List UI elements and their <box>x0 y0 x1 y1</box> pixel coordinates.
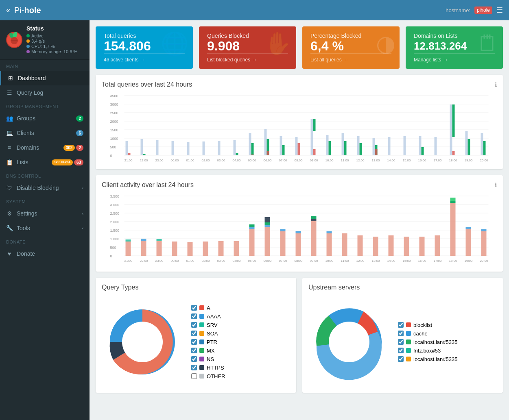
clients-icon: 💻 <box>6 130 13 136</box>
upstream-servers-title: Upstream servers <box>308 284 497 291</box>
navbar-menu-button[interactable]: ☰ <box>496 6 503 15</box>
legend-a-check[interactable] <box>191 305 197 311</box>
svg-rect-65 <box>481 133 483 155</box>
svg-text:2.000: 2.000 <box>110 220 120 224</box>
legend-soa-check[interactable] <box>191 331 197 336</box>
stat-boxes: 🌐 Total queries 154.806 46 active client… <box>96 26 503 69</box>
percentage-blocked-label: Percentage Blocked <box>310 33 391 39</box>
legend-fritzbox-check[interactable] <box>398 348 404 353</box>
client-activity-chart-container: 3.500 3.000 2.500 2.000 1.500 1.000 500 … <box>102 193 497 265</box>
svg-rect-61 <box>452 104 455 137</box>
svg-rect-125 <box>404 237 409 256</box>
total-queries-footer[interactable]: 46 active clients → <box>104 53 185 63</box>
svg-rect-41 <box>295 137 298 155</box>
status-cpu: CPU: 1,7 % <box>31 44 55 49</box>
legend-mx-check[interactable] <box>191 348 197 353</box>
sidebar-clients-label: Clients <box>17 130 72 136</box>
queries-blocked-footer[interactable]: List blocked queries → <box>207 53 288 63</box>
svg-text:14:00: 14:00 <box>387 259 396 263</box>
legend-ns-check[interactable] <box>191 356 197 362</box>
sidebar-item-clients[interactable]: 💻 Clients 6 <box>0 126 90 140</box>
legend-localhost2-check[interactable] <box>398 356 404 362</box>
svg-rect-55 <box>388 137 391 155</box>
domains-on-lists-footer[interactable]: Manage lists → <box>414 53 495 63</box>
pi-logo-icon <box>6 32 22 48</box>
sidebar-item-donate[interactable]: ♥ Donate <box>0 246 90 261</box>
percentage-blocked-footer[interactable]: List all queries → <box>310 53 391 63</box>
sidebar-item-dashboard[interactable]: ⊞ Dashboard <box>0 71 90 85</box>
svg-text:07:00: 07:00 <box>279 159 288 161</box>
sidebar-item-groups[interactable]: 👥 Groups 2 <box>0 111 90 126</box>
legend-cache-label: cache <box>413 331 428 337</box>
legend-other-check[interactable] <box>191 373 197 379</box>
query-types-content: A AAAA SRV SOA PTR MX NS HTTPS OTHER <box>102 297 290 387</box>
legend-srv-label: SRV <box>207 322 218 328</box>
total-queries-chart-svg: 3500 3000 2500 2000 1500 1000 500 0 <box>102 92 497 161</box>
settings-icon: ⚙ <box>6 210 13 217</box>
svg-text:02:00: 02:00 <box>202 259 210 263</box>
sidebar-item-settings[interactable]: ⚙ Settings ‹ <box>0 206 90 221</box>
stat-box-total-queries[interactable]: 🌐 Total queries 154.806 46 active client… <box>96 26 193 69</box>
legend-localhost2-label: localhost.lan#5335 <box>413 356 457 362</box>
legend-blocklist-check[interactable] <box>398 322 404 328</box>
svg-rect-28 <box>187 142 190 155</box>
sidebar-domains-label: Domains <box>17 144 59 151</box>
sidebar-item-tools[interactable]: 🔧 Tools ‹ <box>0 221 90 235</box>
legend-localhost1-check[interactable] <box>398 339 404 345</box>
svg-rect-117 <box>280 231 286 256</box>
client-activity-chart-card: Client activity over last 24 hours ℹ 3.5… <box>96 175 503 272</box>
svg-text:0: 0 <box>110 154 112 158</box>
svg-text:15:00: 15:00 <box>403 159 411 161</box>
stat-box-domains-on-lists[interactable]: 🗒 Domains on Lists 12.813.264 Manage lis… <box>406 26 503 69</box>
legend-aaaa-label: AAAA <box>207 313 221 320</box>
status-active: Active <box>31 33 44 38</box>
legend-https-check[interactable] <box>191 365 197 370</box>
sidebar-item-disable-blocking[interactable]: 🛡 Disable Blocking ‹ <box>0 181 90 195</box>
lists-icon: 📋 <box>6 159 13 165</box>
total-queries-chart-info-icon[interactable]: ℹ <box>495 81 497 88</box>
svg-text:02:00: 02:00 <box>202 159 210 161</box>
legend-localhost1-label: localhost.lan#5335 <box>413 339 457 345</box>
svg-text:16:00: 16:00 <box>418 159 427 161</box>
query-types-title: Query Types <box>102 284 290 291</box>
svg-rect-40 <box>282 145 285 155</box>
legend-srv-check[interactable] <box>191 322 197 328</box>
disable-blocking-icon: 🛡 <box>6 185 13 191</box>
sidebar-item-query-log[interactable]: ☰ Query Log <box>0 85 90 100</box>
svg-text:20:00: 20:00 <box>480 159 489 161</box>
sidebar-item-domains[interactable]: ≡ Domains 302 2 <box>0 140 90 155</box>
svg-text:2500: 2500 <box>110 111 118 115</box>
clients-badge: 6 <box>76 130 83 136</box>
svg-text:05:00: 05:00 <box>248 259 257 263</box>
sidebar-groups-label: Groups <box>17 115 72 122</box>
legend-fritzbox-label: fritz.box#53 <box>413 348 441 354</box>
svg-rect-130 <box>481 231 487 256</box>
sidebar-item-lists[interactable]: 📋 Lists 12.813.264 63 <box>0 155 90 170</box>
legend-other-label: OTHER <box>207 373 225 379</box>
svg-rect-30 <box>218 141 221 155</box>
sidebar-toggle-button[interactable]: « <box>6 6 10 15</box>
svg-rect-120 <box>327 233 332 256</box>
svg-rect-113 <box>218 241 224 256</box>
status-title: Status <box>26 25 77 32</box>
legend-ptr-check[interactable] <box>191 339 197 345</box>
svg-rect-121 <box>342 233 347 256</box>
stat-box-percentage-blocked[interactable]: ◑ Percentage Blocked 6,4 % List all quer… <box>302 26 400 69</box>
svg-text:10:00: 10:00 <box>325 159 334 161</box>
svg-rect-124 <box>389 235 394 256</box>
svg-rect-136 <box>265 225 270 227</box>
svg-point-175 <box>329 322 369 362</box>
legend-aaaa-check[interactable] <box>191 313 197 319</box>
svg-rect-43 <box>311 119 313 155</box>
legend-cache-check[interactable] <box>398 331 404 336</box>
stat-box-queries-blocked[interactable]: ✋ Queries Blocked 9.908 List blocked que… <box>199 26 296 69</box>
svg-rect-33 <box>249 133 251 155</box>
svg-rect-27 <box>172 141 174 155</box>
svg-rect-66 <box>483 141 486 155</box>
domains-on-lists-label: Domains on Lists <box>414 33 495 39</box>
svg-text:21:00: 21:00 <box>125 259 133 263</box>
bottom-charts: Query Types <box>96 278 503 393</box>
client-activity-chart-info-icon[interactable]: ℹ <box>495 182 497 188</box>
svg-text:1.500: 1.500 <box>110 228 120 233</box>
svg-text:500: 500 <box>110 246 116 250</box>
